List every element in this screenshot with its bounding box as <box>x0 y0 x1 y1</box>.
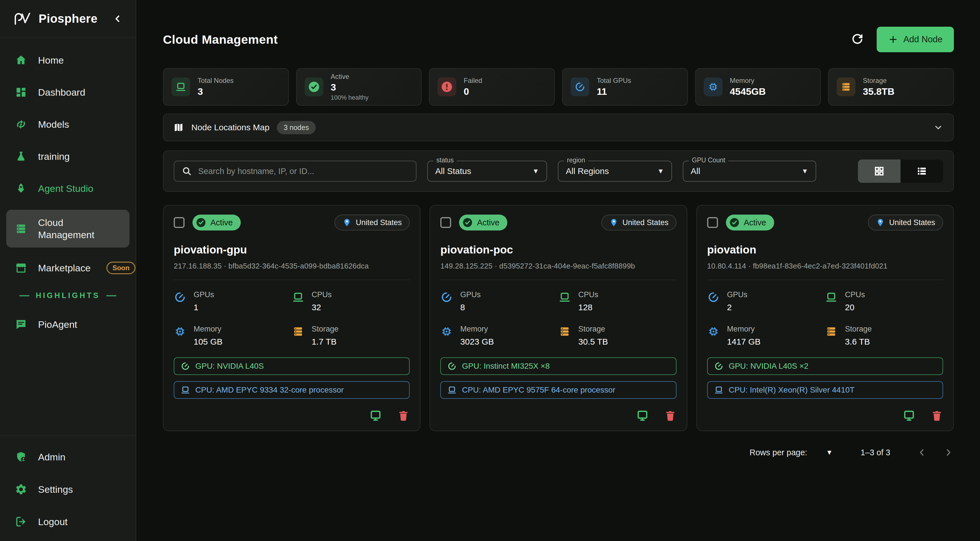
laptop-icon <box>714 385 724 395</box>
sidebar-item-label: Models <box>38 118 69 130</box>
region-select[interactable]: region All Regions ▼ <box>558 161 672 181</box>
home-icon <box>15 54 27 67</box>
node-stat-cpus: CPUs20 <box>825 290 943 312</box>
sidebar-item-label: Home <box>38 54 64 67</box>
previous-page-button[interactable] <box>916 447 927 458</box>
sidebar-item-admin[interactable]: Admin <box>6 446 129 468</box>
sidebar-item-agent-studio[interactable]: Agent Studio <box>6 178 129 199</box>
memory-chip-icon <box>704 78 722 96</box>
status-select-value: All Status <box>435 166 471 176</box>
location-pin-icon <box>609 218 618 227</box>
node-stat-storage: Storage30.5 TB <box>558 325 676 347</box>
sidebar-collapse-button[interactable] <box>112 13 123 24</box>
node-checkbox[interactable] <box>707 217 718 228</box>
node-stat-label: CPUs <box>845 290 865 299</box>
cpu-chip: CPU: Intel(R) Xeon(R) Silver 4410T <box>707 381 943 399</box>
gpu-count-select[interactable]: GPU Count All ▼ <box>683 161 816 181</box>
map-bar-title: Node Locations Map <box>191 123 269 132</box>
node-actions <box>440 409 676 423</box>
stat-card-storage: Storage 35.8TB <box>828 68 954 106</box>
gauge-icon <box>440 291 453 312</box>
sidebar-item-settings[interactable]: Settings <box>6 479 129 500</box>
node-stat-value: 128 <box>578 302 598 312</box>
sidebar-item-models[interactable]: Models <box>6 113 129 135</box>
search-box[interactable] <box>174 161 417 181</box>
status-badge-label: Active <box>744 218 766 228</box>
memory-chip-icon <box>707 325 720 347</box>
sidebar-item-label: Cloud Management <box>38 216 105 241</box>
sidebar-item-cloud-management[interactable]: Cloud Management <box>6 210 129 248</box>
status-select-label: status <box>433 156 457 164</box>
sidebar-item-pioagent[interactable]: PioAgent <box>6 313 129 335</box>
stat-label: Failed <box>464 77 482 84</box>
stat-label: Active <box>331 73 369 80</box>
header-actions: Add Node <box>851 27 954 52</box>
node-stat-value: 32 <box>312 302 332 312</box>
node-meta: 217.16.188.35 · bfba5d32-364c-4535-a099-… <box>174 262 410 270</box>
rows-per-page-label: Rows per page: <box>749 448 807 457</box>
storage-stack-icon <box>837 78 855 96</box>
console-monitor-button[interactable] <box>902 409 916 423</box>
chevron-down-icon[interactable] <box>933 122 943 133</box>
node-actions <box>707 409 943 423</box>
search-input[interactable] <box>198 167 409 176</box>
country-badge: United States <box>601 215 676 231</box>
laptop-icon <box>292 291 304 312</box>
node-stat-memory: Memory3023 GB <box>440 325 558 347</box>
country-badge-label: United States <box>889 218 935 227</box>
region-select-label: region <box>564 156 588 164</box>
storage-stack-icon <box>292 325 304 347</box>
divider <box>174 280 410 280</box>
gear-icon <box>15 483 27 496</box>
sidebar-item-label: Logout <box>38 516 68 528</box>
rocket-icon <box>15 182 27 195</box>
gpu-chip-label: GPU: NVIDIA L40S ×2 <box>729 361 808 371</box>
gauge-icon <box>571 78 589 96</box>
node-locations-map-bar[interactable]: Node Locations Map 3 nodes <box>163 113 954 142</box>
stat-card-failed: Failed 0 <box>429 68 555 106</box>
status-badge: Active <box>192 215 241 231</box>
gauge-icon <box>174 291 186 312</box>
next-page-button[interactable] <box>943 447 954 458</box>
trash-icon-button[interactable] <box>397 410 410 422</box>
sidebar-item-marketplace[interactable]: Marketplace Soon <box>6 257 129 279</box>
alert-circle-icon <box>438 78 456 96</box>
refresh-button[interactable] <box>851 33 864 46</box>
list-view-button[interactable] <box>900 159 943 183</box>
highlights-label: HIGHLIGHTS <box>36 291 100 300</box>
gauge-icon <box>714 361 724 371</box>
plus-icon <box>888 34 898 45</box>
node-stat-value: 30.5 TB <box>578 337 608 347</box>
console-monitor-button[interactable] <box>369 409 382 423</box>
node-meta: 10.80.4.114 · fb98ea1f-83e6-4ec2-a7ed-32… <box>707 262 943 270</box>
sidebar-item-dashboard[interactable]: Dashboard <box>6 81 129 103</box>
add-node-button[interactable]: Add Node <box>877 27 954 52</box>
shield-user-icon <box>15 451 27 463</box>
memory-chip-icon <box>174 325 186 347</box>
page-range: 1–3 of 3 <box>861 448 890 457</box>
node-stat-value: 20 <box>845 302 865 312</box>
location-pin-icon <box>342 218 352 227</box>
node-checkbox[interactable] <box>174 217 185 228</box>
trash-icon-button[interactable] <box>664 410 676 422</box>
sidebar-item-logout[interactable]: Logout <box>6 511 129 533</box>
chat-icon <box>15 318 27 331</box>
status-select[interactable]: status All Status ▼ <box>427 161 547 181</box>
location-pin-icon <box>876 218 885 227</box>
server-stack-icon <box>15 223 27 235</box>
cpu-chip-label: CPU: AMD EPYC 9575F 64-core processor <box>462 385 615 395</box>
models-cycle-icon <box>15 118 27 130</box>
rows-per-page-select[interactable]: ▼ <box>826 449 833 457</box>
trash-icon-button[interactable] <box>931 410 943 422</box>
stat-label: Total Nodes <box>197 77 234 84</box>
sidebar-item-home[interactable]: Home <box>6 49 129 71</box>
sidebar-item-training[interactable]: training <box>6 146 129 167</box>
sidebar: Piosphere Home Dashboard Models <box>0 0 136 541</box>
node-stats: GPUs8 CPUs128 Memory3023 GB Storage30.5 … <box>440 290 676 347</box>
highlights-divider: HIGHLIGHTS <box>19 291 116 300</box>
map-node-count-badge: 3 nodes <box>277 121 316 134</box>
node-checkbox[interactable] <box>440 217 451 228</box>
console-monitor-button[interactable] <box>636 409 649 423</box>
grid-view-button[interactable] <box>858 159 900 183</box>
node-stat-label: Storage <box>312 325 339 334</box>
